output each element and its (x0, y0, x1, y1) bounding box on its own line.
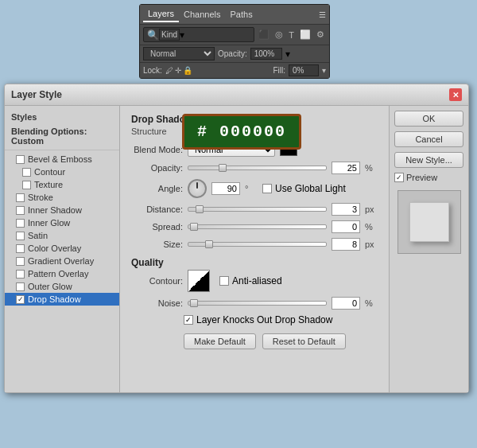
sidebar-item-texture[interactable]: Texture (5, 178, 119, 191)
spread-label: Spread: (131, 222, 183, 232)
sidebar-item-gradient-overlay[interactable]: Gradient Overlay (5, 255, 119, 267)
fill-label: Fill: (273, 66, 285, 75)
inner-glow-checkbox[interactable] (16, 219, 25, 228)
spread-slider[interactable] (188, 224, 327, 229)
styles-header: Styles (5, 111, 119, 125)
contour-checkbox[interactable] (22, 168, 31, 177)
layer-knocks-row: ✓ Layer Knocks Out Drop Shadow (184, 314, 378, 325)
sidebar-item-outer-glow[interactable]: Outer Glow (5, 280, 119, 293)
sidebar-item-inner-glow[interactable]: Inner Glow (5, 216, 119, 229)
text-filter-icon[interactable]: T (287, 29, 296, 41)
spread-unit: % (365, 222, 378, 232)
contour-row: Contour: Anti-aliased (131, 270, 378, 292)
opacity-input[interactable] (250, 48, 282, 60)
sidebar-item-blending-options[interactable]: Blending Options: Custom (5, 125, 119, 147)
anti-aliased-checkbox[interactable] (219, 276, 229, 286)
angle-value-input[interactable] (211, 182, 240, 195)
lock-position-icon[interactable]: 🔒 (183, 66, 192, 75)
sidebar-item-satin[interactable]: Satin (5, 229, 119, 242)
angle-dial[interactable] (188, 179, 207, 198)
sidebar-item-bevel-emboss[interactable]: Bevel & Emboss (5, 153, 119, 166)
tab-channels[interactable]: Channels (179, 7, 225, 21)
blend-mode-select[interactable]: Normal (143, 47, 215, 60)
distance-unit: px (365, 205, 378, 214)
fill-input[interactable] (289, 64, 319, 76)
panel-menu-icon[interactable]: ☰ (319, 10, 326, 19)
noise-label: Noise: (131, 298, 183, 308)
lock-transparent-icon[interactable]: 🖊 (165, 66, 173, 75)
opacity-row: Opacity: % (131, 162, 378, 174)
noise-row: Noise: % (131, 297, 378, 310)
search-icon: 🔍 (147, 29, 159, 41)
cancel-button[interactable]: Cancel (394, 131, 463, 147)
tab-paths[interactable]: Paths (226, 7, 258, 21)
preview-text: Preview (406, 173, 437, 182)
color-hex-tooltip: # 000000 (182, 114, 301, 150)
size-slider[interactable] (188, 242, 327, 247)
noise-unit: % (365, 298, 378, 308)
contour-thumbnail[interactable] (188, 270, 210, 292)
opacity-unit: % (365, 163, 378, 173)
angle-label: Angle: (131, 184, 183, 193)
opacity-label: Opacity: (218, 49, 247, 58)
gradient-overlay-checkbox[interactable] (16, 257, 25, 266)
global-light-row: Use Global Light (262, 183, 346, 194)
quality-section: Quality Contour: Anti-aliased Noise: % (131, 257, 378, 310)
global-light-label: Use Global Light (275, 183, 346, 194)
distance-row: Distance: px (131, 203, 378, 216)
dialog-title: Layer Style (11, 89, 449, 100)
smart-filter-icon[interactable]: ⚙ (315, 29, 326, 41)
preview-checkbox[interactable]: ✓ (394, 173, 404, 182)
dialog-titlebar: Layer Style ✕ (5, 84, 468, 106)
stroke-checkbox[interactable] (16, 193, 25, 202)
opacity-label: Opacity: (131, 163, 183, 173)
outer-glow-checkbox[interactable] (16, 282, 25, 291)
adjustment-filter-icon[interactable]: ◎ (273, 29, 285, 41)
fill-arrow[interactable]: ▾ (322, 66, 326, 75)
pattern-overlay-checkbox[interactable] (16, 270, 25, 279)
ok-button[interactable]: OK (394, 111, 463, 127)
sidebar-item-color-overlay[interactable]: Color Overlay (5, 242, 119, 255)
noise-slider[interactable] (188, 301, 327, 306)
opacity-value-input[interactable] (332, 162, 360, 174)
tab-layers[interactable]: Layers (143, 6, 179, 22)
size-value-input[interactable] (332, 238, 360, 251)
pixel-filter-icon[interactable]: ⬛ (257, 29, 271, 41)
drop-shadow-checkbox[interactable]: ✓ (16, 295, 25, 304)
distance-slider[interactable] (188, 207, 327, 212)
layer-style-dialog: Layer Style ✕ Styles Blending Options: C… (4, 84, 469, 393)
size-row: Size: px (131, 238, 378, 251)
sidebar-item-inner-shadow[interactable]: Inner Shadow (5, 204, 119, 216)
shape-filter-icon[interactable]: ⬜ (298, 29, 312, 41)
blend-opacity-row: Normal Opacity: ▾ (140, 45, 329, 63)
right-sidebar: OK Cancel New Style... ✓ Preview (389, 106, 468, 392)
noise-value-input[interactable] (332, 297, 360, 310)
spread-value-input[interactable] (332, 220, 360, 233)
sidebar-item-pattern-overlay[interactable]: Pattern Overlay (5, 267, 119, 280)
layers-panel: Layers Channels Paths ☰ 🔍 Kind ▾ ⬛ ◎ T ⬜… (139, 4, 330, 79)
sidebar-item-drop-shadow[interactable]: ✓ Drop Shadow (5, 293, 119, 306)
make-default-button[interactable]: Make Default (184, 333, 256, 349)
layer-knocks-checkbox[interactable]: ✓ (184, 315, 193, 325)
opacity-slider[interactable] (188, 166, 327, 170)
texture-checkbox[interactable] (22, 181, 31, 189)
bevel-checkbox[interactable] (16, 155, 25, 164)
color-overlay-checkbox[interactable] (16, 244, 25, 253)
lock-image-icon[interactable]: ✛ (175, 66, 181, 75)
sidebar-item-contour[interactable]: Contour (5, 166, 119, 178)
opacity-arrow[interactable]: ▾ (285, 49, 290, 60)
preview-box (398, 190, 461, 254)
satin-checkbox[interactable] (16, 232, 25, 240)
distance-value-input[interactable] (332, 203, 360, 216)
inner-shadow-checkbox[interactable] (16, 206, 25, 215)
new-style-button[interactable]: New Style... (394, 152, 463, 168)
size-unit: px (365, 240, 378, 249)
preview-inner-box (409, 202, 449, 242)
dialog-close-button[interactable]: ✕ (449, 88, 462, 101)
size-label: Size: (131, 240, 183, 249)
dropdown-icon[interactable]: ▾ (180, 29, 184, 41)
contour-label: Contour: (131, 276, 183, 286)
sidebar-item-stroke[interactable]: Stroke (5, 191, 119, 204)
global-light-checkbox[interactable] (262, 184, 272, 193)
reset-default-button[interactable]: Reset to Default (262, 333, 346, 349)
